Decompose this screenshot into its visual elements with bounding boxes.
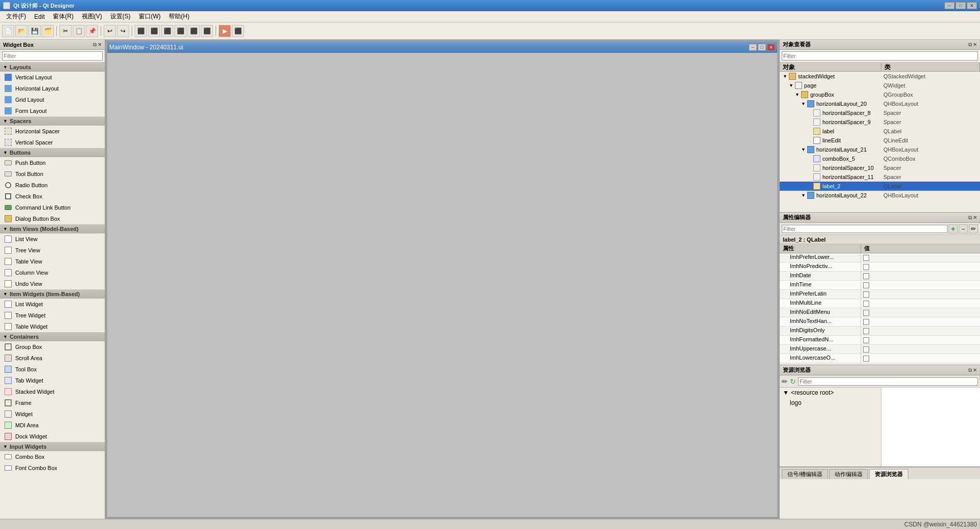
item-table-view[interactable]: Table View xyxy=(0,256,105,267)
section-layouts[interactable]: ▼ Layouts xyxy=(0,63,105,72)
tree-row-label[interactable]: label QLabel xyxy=(780,127,980,136)
resource-filter-input[interactable] xyxy=(798,377,978,386)
property-editor-float-btn[interactable]: ⧉ xyxy=(968,215,972,221)
resource-edit-icon[interactable]: ✏ xyxy=(782,377,788,386)
copy-button[interactable]: 📋 xyxy=(73,25,85,37)
tree-row-page[interactable]: ▼ page QWidget xyxy=(780,81,980,90)
property-settings-btn[interactable]: ✏ xyxy=(969,224,978,233)
tab-signal-slot[interactable]: 信号/槽编辑器 xyxy=(782,469,828,479)
tree-row-stacked-widget[interactable]: ▼ stackedWidget QStackedWidget xyxy=(780,72,980,81)
item-combo-box[interactable]: Combo Box xyxy=(0,451,105,462)
property-filter-input[interactable] xyxy=(782,225,947,233)
item-horizontal-layout[interactable]: Horizontal Layout xyxy=(0,83,105,94)
item-tab-widget[interactable]: Tab Widget xyxy=(0,375,105,386)
prop-check-imhnoeditmenu[interactable] xyxy=(863,310,869,316)
expander-hlayout-20[interactable]: ▼ xyxy=(801,101,806,106)
expander-stacked-widget[interactable]: ▼ xyxy=(783,74,788,79)
item-group-box[interactable]: Group Box xyxy=(0,341,105,352)
tree-row-spacer-11[interactable]: horizontalSpacer_11 Spacer xyxy=(780,172,980,182)
expander-page[interactable]: ▼ xyxy=(789,83,794,88)
item-frame[interactable]: Frame xyxy=(0,397,105,408)
item-list-view[interactable]: List View xyxy=(0,233,105,245)
tree-row-spacer-8[interactable]: horizontalSpacer_8 Spacer xyxy=(780,108,980,117)
section-item-views[interactable]: ▼ Item Views (Model-Based) xyxy=(0,224,105,233)
paste-button[interactable]: 📌 xyxy=(86,25,98,37)
prop-check-imhpreferlatin[interactable] xyxy=(863,291,869,298)
prop-check-imhnopredictiv[interactable] xyxy=(863,264,869,270)
preview2-button[interactable]: ⬛ xyxy=(232,25,244,37)
widget-box-float-btn[interactable]: ⧉ xyxy=(93,42,97,48)
prop-check-imhdate[interactable] xyxy=(863,273,869,279)
menu-file[interactable]: 文件(F) xyxy=(2,11,30,22)
tree-row-hlayout-21[interactable]: ▼ horizontalLayout_21 QHBoxLayout xyxy=(780,145,980,154)
tree-row-spacer-10[interactable]: horizontalSpacer_10 Spacer xyxy=(780,163,980,172)
close-button[interactable]: ✕ xyxy=(967,2,977,9)
tab-resource-browser[interactable]: 资源浏览器 xyxy=(869,469,908,479)
resource-browser-close-btn[interactable]: ✕ xyxy=(973,367,977,373)
item-form-layout[interactable]: Form Layout xyxy=(0,105,105,116)
object-inspector-filter-input[interactable] xyxy=(782,51,978,61)
menu-edit[interactable]: Edit xyxy=(30,12,49,21)
section-spacers[interactable]: ▼ Spacers xyxy=(0,116,105,126)
property-editor-close-btn[interactable]: ✕ xyxy=(973,215,977,221)
prop-check-imhtime[interactable] xyxy=(863,282,869,288)
widget-box-close-btn[interactable]: ✕ xyxy=(98,42,102,48)
prop-check-imhpreferlower[interactable] xyxy=(863,255,869,261)
prop-check-imhmultiline[interactable] xyxy=(863,301,869,307)
prop-check-imhdigitsonly[interactable] xyxy=(863,328,869,334)
canvas-close-btn[interactable]: ✕ xyxy=(767,44,775,51)
item-font-combo-box[interactable]: Font Combo Box xyxy=(0,462,105,474)
section-input-widgets[interactable]: ▼ Input Widgets xyxy=(0,442,105,451)
item-radio-button[interactable]: Radio Button xyxy=(0,180,105,191)
menu-window[interactable]: 窗口(W) xyxy=(135,11,165,22)
item-list-widget[interactable]: List Widget xyxy=(0,299,105,310)
save-button[interactable]: 💾 xyxy=(28,25,41,37)
prop-check-imhformattedn[interactable] xyxy=(863,337,869,343)
prop-check-imhuppercase[interactable] xyxy=(863,346,869,352)
layout-h-button[interactable]: ⬛ xyxy=(188,25,200,37)
item-command-link-button[interactable]: Command Link Button xyxy=(0,202,105,213)
tree-row-hlayout-20[interactable]: ▼ horizontalLayout_20 QHBoxLayout xyxy=(780,99,980,108)
menu-form[interactable]: 窗体(R) xyxy=(49,11,78,22)
expander-hlayout-22[interactable]: ▼ xyxy=(801,193,806,198)
tree-row-line-edit[interactable]: lineEdit QLineEdit xyxy=(780,136,980,145)
open-button[interactable]: 📂 xyxy=(15,25,27,37)
resource-item-logo[interactable]: logo xyxy=(780,398,881,408)
preview-button[interactable]: ▶ xyxy=(219,25,231,37)
tree-row-combo-5[interactable]: comboBox_5 QComboBox xyxy=(780,154,980,163)
item-tool-button[interactable]: Tool Button xyxy=(0,168,105,180)
prop-check-imhnotexthan[interactable] xyxy=(863,319,869,325)
section-item-widgets[interactable]: ▼ Item Widgets (Item-Based) xyxy=(0,289,105,299)
object-inspector-close-btn[interactable]: ✕ xyxy=(973,42,977,48)
undo-button[interactable]: ↩ xyxy=(104,25,116,37)
menu-view[interactable]: 视图(V) xyxy=(78,11,106,22)
expander-hlayout-21[interactable]: ▼ xyxy=(801,147,806,152)
tab-action-editor[interactable]: 动作编辑器 xyxy=(829,469,868,479)
expander-group-box[interactable]: ▼ xyxy=(795,92,800,97)
item-check-box[interactable]: Check Box xyxy=(0,191,105,202)
item-table-widget[interactable]: Table Widget xyxy=(0,321,105,332)
item-scroll-area[interactable]: Scroll Area xyxy=(0,352,105,364)
tree-row-spacer-9[interactable]: horizontalSpacer_9 Spacer xyxy=(780,117,980,127)
new-button[interactable]: 📄 xyxy=(2,25,14,37)
prop-check-imhlowercaseo[interactable] xyxy=(863,356,869,362)
item-column-view[interactable]: Column View xyxy=(0,267,105,278)
item-tree-view[interactable]: Tree View xyxy=(0,245,105,256)
item-vertical-layout[interactable]: Vertical Layout xyxy=(0,72,105,83)
item-tree-widget[interactable]: Tree Widget xyxy=(0,310,105,321)
item-horizontal-spacer[interactable]: Horizontal Spacer xyxy=(0,126,105,137)
redo-button[interactable]: ↪ xyxy=(117,25,129,37)
resource-browser-float-btn[interactable]: ⧉ xyxy=(968,367,972,373)
item-mdi-area[interactable]: MDI Area xyxy=(0,420,105,431)
tree-row-label-2[interactable]: label_2 QLabel xyxy=(780,182,980,191)
section-buttons[interactable]: ▼ Buttons xyxy=(0,148,105,157)
item-stacked-widget[interactable]: Stacked Widget xyxy=(0,386,105,397)
item-tool-box[interactable]: Tool Box xyxy=(0,364,105,375)
menu-settings[interactable]: 设置(S) xyxy=(106,11,135,22)
item-vertical-spacer[interactable]: Vertical Spacer xyxy=(0,137,105,148)
property-edit-btn[interactable]: – xyxy=(959,224,968,233)
save-all-button[interactable]: 🗂️ xyxy=(42,25,54,37)
widget-box-filter-input[interactable] xyxy=(2,51,103,61)
item-push-button[interactable]: Push Button xyxy=(0,157,105,168)
cut-button[interactable]: ✂ xyxy=(59,25,72,37)
